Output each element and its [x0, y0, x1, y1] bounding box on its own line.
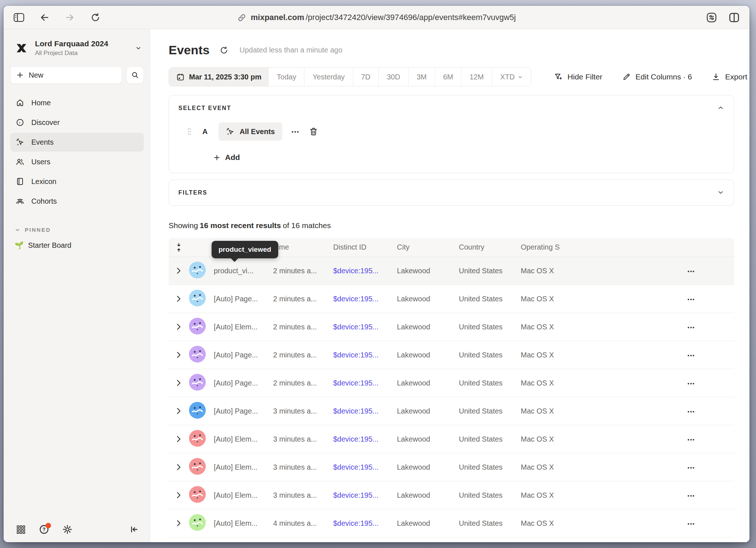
range-yesterday[interactable]: Yesterday — [304, 68, 353, 86]
avatar-cell — [189, 542, 214, 543]
expand-row-button[interactable] — [174, 266, 184, 276]
table-row[interactable]: [Auto] Page... 2 minutes a... $device:19… — [169, 285, 734, 313]
event-city: Lakewood — [397, 435, 459, 443]
browser-sidebar-toggle-button[interactable] — [12, 11, 25, 24]
sidebar-item-users[interactable]: Users — [10, 152, 144, 171]
distinct-id-link[interactable]: $device:195... — [333, 267, 397, 275]
distinct-id-column-header[interactable]: Distinct ID — [333, 243, 397, 251]
time-column-header[interactable]: Time — [273, 243, 333, 251]
distinct-id-link[interactable]: $device:195... — [333, 435, 397, 443]
expand-row-button[interactable] — [174, 490, 184, 500]
row-actions-button[interactable]: ••• — [680, 325, 695, 330]
url-bar[interactable]: mixpanel.com/project/3472420/view/397469… — [237, 6, 516, 29]
table-row[interactable]: [Auto] Page... 2 minutes a... $device:19… — [169, 369, 734, 397]
table-row[interactable]: [Auto] Elem... 3 minutes a... $device:19… — [169, 481, 734, 509]
sidebar-item-cohorts[interactable]: Cohorts — [10, 192, 144, 211]
edit-columns-button[interactable]: Edit Columns · 6 — [622, 73, 692, 81]
chevron-right-icon — [174, 490, 183, 500]
sidebar-item-events[interactable]: Events — [10, 133, 144, 152]
row-actions-button[interactable]: ••• — [680, 521, 695, 527]
expand-row-button[interactable] — [174, 378, 184, 388]
browser-reload-button[interactable] — [89, 11, 102, 24]
range-today[interactable]: Today — [269, 68, 304, 86]
row-actions-button[interactable]: ••• — [680, 381, 695, 387]
table-row[interactable]: [Auto] Elem... 3 minutes a... $device:19… — [169, 425, 734, 453]
sidebar-item-home[interactable]: Home — [10, 93, 144, 112]
page-settings-button[interactable] — [705, 11, 718, 24]
expand-row-button[interactable] — [174, 350, 184, 360]
browser-back-button[interactable] — [38, 11, 51, 24]
book-icon — [15, 177, 25, 186]
distinct-id-link[interactable]: $device:195... — [333, 295, 397, 303]
expand-filters-button[interactable] — [717, 189, 724, 196]
project-switcher[interactable]: Lord Farquaad 2024 All Project Data — [10, 36, 144, 57]
range-segment-label: Today — [277, 73, 296, 81]
chevron-right-icon — [174, 434, 183, 444]
distinct-id-link[interactable]: $device:195... — [333, 463, 397, 471]
expand-row-button[interactable] — [174, 518, 184, 528]
sidebar-item-starter-board[interactable]: 🌱 Starter Board — [10, 241, 144, 250]
distinct-id-link[interactable]: $device:195... — [333, 491, 397, 500]
new-button[interactable]: New — [10, 66, 122, 84]
range-30d[interactable]: 30D — [378, 68, 408, 86]
distinct-id-link[interactable]: $device:195... — [333, 351, 397, 359]
avatar-cell — [189, 514, 214, 533]
distinct-id-link[interactable]: $device:195... — [333, 323, 397, 331]
event-country: United States — [459, 407, 521, 415]
expand-row-button[interactable] — [174, 462, 184, 472]
table-row[interactable]: [Auto] Elem... 2 minutes a... $device:19… — [169, 313, 734, 341]
range-7d[interactable]: 7D — [353, 68, 379, 86]
all-events-pill[interactable]: All Events — [218, 122, 282, 141]
distinct-id-link[interactable]: $device:195... — [333, 519, 397, 528]
chevron-down-icon — [15, 227, 20, 233]
row-actions-button[interactable]: ••• — [680, 297, 695, 302]
collapse-all-header[interactable] — [169, 243, 189, 252]
row-actions-button[interactable]: ••• — [680, 437, 695, 443]
split-view-button[interactable] — [728, 11, 741, 24]
refresh-button[interactable] — [219, 45, 230, 56]
expand-row-button[interactable] — [174, 406, 184, 416]
country-column-header[interactable]: Country — [459, 243, 521, 251]
event-time: 3 minutes a... — [273, 435, 333, 443]
expand-row-button[interactable] — [174, 322, 184, 332]
table-row[interactable]: [Auto] Elem... 3 minutes a... $device:19… — [169, 453, 734, 481]
event-country: United States — [459, 463, 521, 471]
collapse-sidebar-button[interactable] — [128, 523, 140, 536]
row-actions-button[interactable]: ••• — [680, 353, 695, 359]
expand-row-button[interactable] — [174, 434, 184, 444]
row-actions-button[interactable]: ••• — [680, 409, 695, 415]
row-actions-button[interactable]: ••• — [680, 465, 695, 471]
table-row[interactable]: [Auto] Elem... 4 minutes a... $device:19… — [169, 509, 734, 537]
drag-handle-icon[interactable] — [187, 128, 192, 135]
search-button[interactable] — [126, 66, 144, 84]
export-button[interactable]: Export — [712, 73, 747, 81]
delete-event-button[interactable] — [309, 126, 320, 137]
apps-grid-button[interactable] — [15, 523, 27, 536]
sidebar-item-lexicon[interactable]: Lexicon — [10, 172, 144, 191]
browser-forward-button[interactable] — [63, 11, 76, 24]
hide-filter-button[interactable]: Hide Filter — [554, 73, 602, 81]
range-xtd[interactable]: XTD — [492, 68, 531, 86]
range-6m[interactable]: 6M — [435, 68, 461, 86]
table-row[interactable]: product_vi... 2 minutes a... $device:195… — [169, 257, 734, 285]
table-row[interactable]: ••• — [169, 537, 734, 542]
range-12m[interactable]: 12M — [461, 68, 492, 86]
distinct-id-link[interactable]: $device:195... — [333, 407, 397, 415]
range-3m[interactable]: 3M — [408, 68, 435, 86]
pinned-section-header[interactable]: PINNED — [15, 227, 144, 233]
date-picker-button[interactable]: Mar 11, 2025 3:30 pm — [169, 68, 269, 86]
event-more-button[interactable]: ••• — [292, 129, 300, 135]
row-actions-button[interactable]: ••• — [680, 269, 695, 274]
settings-button[interactable] — [61, 523, 74, 536]
collapse-panel-button[interactable] — [717, 104, 724, 111]
add-event-button[interactable]: Add — [213, 153, 240, 162]
city-column-header[interactable]: City — [397, 243, 459, 251]
os-column-header[interactable]: Operating S — [521, 243, 583, 251]
help-button[interactable]: ? — [38, 523, 50, 536]
distinct-id-link[interactable]: $device:195... — [333, 379, 397, 387]
table-row[interactable]: [Auto] Page... 2 minutes a... $device:19… — [169, 341, 734, 369]
row-actions-button[interactable]: ••• — [680, 493, 695, 499]
expand-row-button[interactable] — [174, 294, 184, 304]
table-row[interactable]: [Auto] Page... 3 minutes a... $device:19… — [169, 397, 734, 425]
sidebar-item-discover[interactable]: Discover — [10, 113, 144, 132]
